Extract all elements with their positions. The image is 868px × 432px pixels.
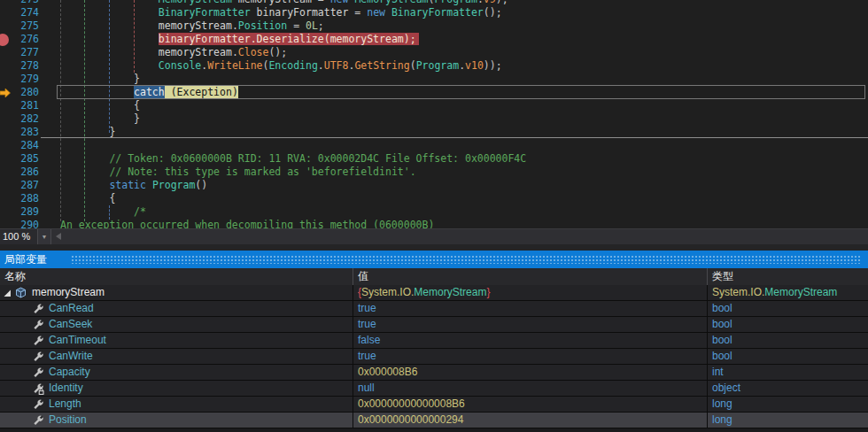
code-line[interactable]: 276 binaryFormatter.Deserialize(memorySt… [0, 33, 868, 46]
line-number: 273 [0, 0, 39, 6]
type-cell: bool [707, 317, 868, 332]
private-property-wrench-lock-icon [32, 382, 44, 395]
code-text: memoryStream.Position = 0L; [60, 19, 324, 33]
code-line[interactable]: 285 // Token: 0x0600000B RID: 11 RVA: 0x… [0, 152, 868, 166]
code-line[interactable]: 274 BinaryFormatter binaryFormatter = ne… [0, 6, 868, 19]
zoom-dropdown-button[interactable]: ▼ [38, 229, 51, 244]
line-number: 278 [0, 59, 39, 73]
column-header-value[interactable]: 值 [353, 268, 707, 285]
locals-column-header: 名称 值 类型 [0, 268, 868, 286]
locals-rows: memoryStream{System.IO.MemoryStream}Syst… [0, 285, 868, 432]
titlebar-drag-dots [71, 255, 861, 264]
property-wrench-icon [32, 303, 44, 315]
table-row[interactable]: Identitynullobject [0, 381, 868, 397]
code-line[interactable]: 277 memoryStream.Close(); [0, 46, 868, 59]
name-cell: Position [0, 413, 353, 428]
type-cell: long [707, 397, 868, 412]
code-text: } [60, 112, 140, 126]
table-row[interactable]: CanWritetruebool [0, 349, 868, 365]
zoom-level-combobox[interactable]: 100 % [0, 229, 38, 244]
code-text: // Note: this type is marked as 'beforef… [60, 166, 416, 179]
value-cell[interactable]: null [353, 381, 707, 396]
name-cell: Capacity [0, 365, 353, 380]
horizontal-scrollbar[interactable] [51, 229, 868, 244]
name-cell: CanWrite [0, 349, 353, 364]
line-number: 289 [0, 205, 39, 219]
value-cell[interactable]: 0x0000000000000294 [353, 413, 707, 428]
table-row[interactable]: Position0x0000000000000294long [0, 413, 868, 428]
line-number: 281 [0, 99, 39, 112]
code-text: { [60, 99, 140, 112]
code-text: Console.WriteLine(Encoding.UTF8.GetStrin… [60, 59, 502, 73]
property-wrench-icon [32, 319, 44, 331]
variable-name: Position [49, 413, 87, 428]
table-row[interactable]: Length0x00000000000008B6long [0, 397, 868, 413]
current-statement-arrow-icon [0, 88, 11, 98]
code-text: binaryFormatter.Deserialize(memoryStream… [60, 33, 419, 46]
table-row[interactable]: CanReadtruebool [0, 301, 868, 317]
code-line[interactable]: 280 catch (Exception) [0, 86, 868, 99]
code-line[interactable]: 281 { [0, 99, 868, 112]
value-cell[interactable]: 0x000008B6 [353, 365, 707, 380]
code-text: static Program() [60, 179, 207, 192]
type-cell: bool [707, 301, 868, 316]
code-text: An exception occurred when decompiling t… [60, 219, 434, 228]
code-lines: 273 MemoryStream memoryStream = new Memo… [0, 0, 868, 228]
locals-title-bar[interactable]: 局部变量 [0, 251, 868, 268]
name-cell: Length [0, 397, 353, 412]
code-line[interactable]: 278 Console.WriteLine(Encoding.UTF8.GetS… [0, 59, 868, 73]
line-number: 288 [0, 192, 39, 205]
code-line[interactable]: 284 [0, 139, 868, 152]
line-number: 287 [0, 179, 39, 192]
variable-name: CanRead [49, 301, 94, 316]
type-cell: bool [707, 333, 868, 348]
locals-panel: 局部变量 名称 值 类型 memoryStream{System.IO.Memo… [0, 251, 868, 432]
code-line[interactable]: 290An exception occurred when decompilin… [0, 219, 868, 228]
local-variable-cube-icon [15, 287, 27, 298]
editor-bottom-bar: 100 % ▼ [0, 228, 868, 244]
column-header-name[interactable]: 名称 [0, 268, 353, 285]
code-line[interactable]: 289 /* [0, 205, 868, 219]
code-text: BinaryFormatter binaryFormatter = new Bi… [60, 6, 502, 19]
line-number: 274 [0, 6, 39, 19]
code-line[interactable]: 287 static Program() [0, 179, 868, 192]
variable-name: CanTimeout [49, 333, 106, 348]
value-cell[interactable]: true [353, 349, 707, 364]
code-text: /* [60, 205, 146, 219]
name-cell: CanSeek [0, 317, 353, 332]
table-row[interactable]: memoryStream{System.IO.MemoryStream}Syst… [0, 285, 868, 301]
code-text: catch (Exception) [60, 86, 238, 99]
code-line[interactable]: 273 MemoryStream memoryStream = new Memo… [0, 0, 868, 6]
value-cell[interactable]: true [353, 301, 707, 316]
type-cell: int [707, 365, 868, 380]
value-cell[interactable]: true [353, 317, 707, 332]
code-line[interactable]: 282 } [0, 112, 868, 126]
scroll-left-arrow-icon[interactable] [56, 233, 61, 240]
variable-name: Length [49, 397, 81, 412]
variable-name: CanWrite [49, 349, 93, 364]
value-cell[interactable]: {System.IO.MemoryStream} [353, 285, 707, 300]
code-text: } [60, 73, 140, 86]
code-line[interactable]: 279 } [0, 73, 868, 86]
line-number: 283 [0, 126, 39, 139]
breakpoint-line-highlight: binaryFormatter.Deserialize(memoryStream… [159, 33, 419, 45]
code-text: { [60, 192, 115, 205]
code-editor[interactable]: 273 MemoryStream memoryStream = new Memo… [0, 0, 868, 228]
value-cell[interactable]: 0x00000000000008B6 [353, 397, 707, 412]
code-line[interactable]: 286 // Note: this type is marked as 'bef… [0, 166, 868, 179]
value-cell[interactable]: false [353, 333, 707, 348]
name-cell: memoryStream [0, 285, 353, 300]
table-row[interactable]: Capacity0x000008B6int [0, 365, 868, 381]
code-line[interactable]: 275 memoryStream.Position = 0L; [0, 19, 868, 33]
type-cell: object [707, 381, 868, 396]
type-cell: long [707, 413, 868, 428]
table-row[interactable]: CanTimeoutfalsebool [0, 333, 868, 349]
name-cell: CanRead [0, 301, 353, 316]
table-row[interactable]: CanSeektruebool [0, 317, 868, 333]
code-line[interactable]: 288 { [0, 192, 868, 205]
type-cell: System.IO.MemoryStream [707, 285, 868, 300]
column-header-type[interactable]: 类型 [707, 268, 868, 285]
expander-expanded-icon[interactable] [3, 289, 12, 298]
line-number: 284 [0, 139, 39, 152]
line-number: 277 [0, 46, 39, 59]
